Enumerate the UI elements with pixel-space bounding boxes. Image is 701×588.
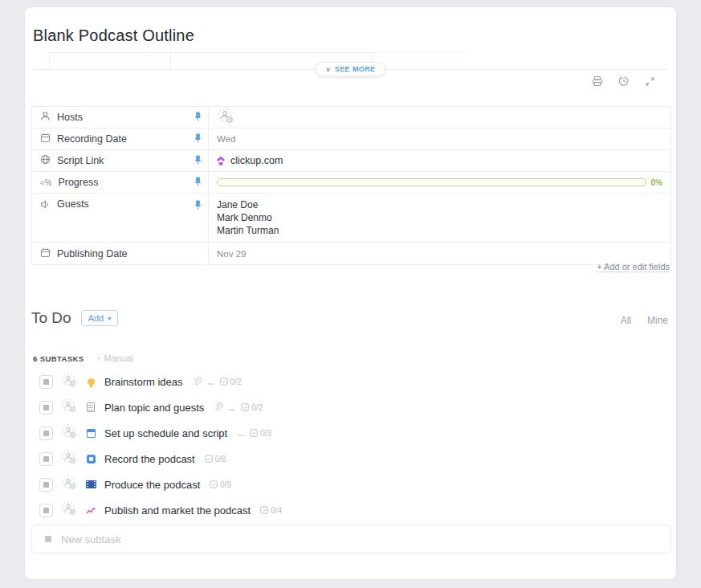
add-button-label: Add (88, 313, 104, 323)
status-checkbox[interactable] (39, 452, 53, 466)
field-value-script-link[interactable]: clickup.com (209, 150, 670, 171)
assignee-placeholder-icon[interactable] (61, 475, 77, 494)
new-subtask-row (31, 525, 671, 553)
see-more-label: SEE MORE (335, 65, 376, 73)
pin-icon[interactable] (194, 198, 202, 213)
subtask-toolbar: 6 SUBTASKS ↑ Manual (33, 353, 133, 363)
subtask-list: Brainstorm ideas 0/2 Plan topic and gues… (39, 369, 666, 523)
field-label-progress[interactable]: ≈% Progress (32, 172, 209, 193)
publishing-date-value: Nov 29 (217, 249, 246, 259)
clickup-logo-icon (217, 157, 225, 165)
field-row-publishing-date: Publishing Date Nov 29 (32, 243, 670, 264)
field-row-script-link: Script Link clickup.com (32, 150, 670, 172)
field-value-guests[interactable]: Jane Doe Mark Denmo Martin Turman (209, 194, 670, 242)
assignee-placeholder-icon[interactable] (61, 398, 77, 417)
filter-mine[interactable]: Mine (647, 315, 668, 326)
field-label-recording-date[interactable]: Recording Date (32, 129, 209, 149)
collapsed-cell (372, 52, 465, 69)
field-label-script-link[interactable]: Script Link (32, 150, 209, 171)
pin-icon[interactable] (194, 110, 202, 125)
page-title: Blank Podcast Outline (33, 27, 194, 45)
chevron-down-icon: ∨ (326, 66, 331, 73)
field-row-recording-date: Recording Date Wed (32, 129, 670, 150)
subtask-name[interactable]: Produce the podcast (104, 479, 200, 491)
progress-percent-label: 0% (651, 178, 662, 187)
status-checkbox[interactable] (39, 504, 53, 517)
field-row-hosts: Hosts (32, 107, 670, 129)
lightbulb-icon (85, 378, 96, 386)
subtask-name[interactable]: Brainstorm ideas (104, 376, 183, 388)
percent-icon: ≈% (40, 178, 51, 187)
add-or-edit-fields-link[interactable]: + Add or edit fields (597, 262, 670, 272)
field-row-guests: Guests Jane Doe Mark Denmo Martin Turman (32, 194, 670, 243)
subtask-name[interactable]: Plan topic and guests (104, 402, 204, 414)
subtask-name[interactable]: Publish and market the podcast (104, 504, 251, 517)
recording-date-value: Wed (217, 134, 235, 144)
expand-icon[interactable] (645, 76, 655, 87)
subtask-row: Publish and market the podcast 0/4 (39, 497, 666, 523)
guest-name: Jane Doe (217, 198, 279, 211)
subtask-row: Brainstorm ideas 0/2 (39, 369, 666, 394)
checklist-badge: 0/4 (260, 506, 282, 515)
field-name: Publishing Date (57, 248, 128, 259)
subtask-name[interactable]: Record the podcast (104, 453, 195, 465)
subtask-name[interactable]: Set up schedule and script (104, 427, 227, 439)
memo-icon (85, 402, 96, 412)
status-checkbox[interactable] (39, 478, 53, 492)
todo-header: To Do Add ▾ (31, 309, 118, 327)
globe-icon (40, 153, 51, 168)
script-link-value[interactable]: clickup.com (230, 155, 283, 166)
field-value-publishing-date[interactable]: Nov 29 (209, 243, 670, 264)
dash-icon (228, 400, 235, 414)
collapsed-section (31, 52, 465, 69)
assignee-placeholder-icon[interactable] (61, 449, 77, 468)
subtask-row: Produce the podcast 0/9 (39, 472, 666, 497)
filter-all[interactable]: All (621, 315, 631, 326)
assignee-placeholder-icon[interactable] (61, 372, 77, 391)
pin-icon[interactable] (194, 132, 202, 146)
status-checkbox[interactable] (39, 401, 53, 414)
field-name: Script Link (57, 155, 104, 166)
pin-icon[interactable] (194, 175, 202, 190)
field-name: Guests (57, 198, 89, 210)
field-row-progress: ≈% Progress 0% (32, 172, 670, 194)
field-label-guests[interactable]: Guests (32, 194, 209, 242)
checklist-badge: 0/3 (250, 429, 271, 438)
todo-filters: All Mine (621, 315, 668, 326)
field-value-hosts[interactable] (209, 107, 670, 128)
new-subtask-input[interactable] (61, 533, 658, 545)
status-checkbox[interactable] (39, 427, 53, 440)
subtask-count: 6 SUBTASKS (33, 354, 84, 363)
assignee-placeholder-icon[interactable] (61, 423, 77, 443)
chart-icon (85, 506, 96, 515)
paperclip-icon (193, 374, 202, 389)
add-subtask-button[interactable]: Add ▾ (81, 310, 119, 326)
field-value-recording-date[interactable]: Wed (209, 129, 670, 149)
subtask-row: Record the podcast 0/8 (39, 446, 666, 472)
status-checkbox[interactable] (39, 375, 53, 389)
guest-name: Martin Turman (217, 224, 279, 237)
task-card: Blank Podcast Outline ∨ SEE MORE (24, 6, 677, 580)
sort-control[interactable]: ↑ Manual (96, 353, 132, 363)
field-name: Recording Date (57, 133, 127, 145)
sort-label: Manual (104, 353, 132, 363)
dash-icon (237, 426, 244, 440)
dash-icon (207, 374, 214, 389)
field-label-publishing-date[interactable]: Publishing Date (32, 243, 209, 264)
checklist-badge: 0/9 (210, 480, 231, 489)
history-icon[interactable] (618, 76, 630, 87)
field-value-progress: 0% (209, 172, 670, 193)
assignee-placeholder-icon[interactable] (61, 500, 77, 520)
calendar-icon (40, 247, 51, 261)
print-icon[interactable] (592, 76, 603, 87)
progress-bar (217, 178, 646, 186)
field-label-hosts[interactable]: Hosts (32, 107, 209, 128)
guest-name: Mark Denmo (217, 211, 279, 224)
megaphone-icon (40, 198, 51, 213)
assignee-placeholder-icon[interactable] (217, 107, 234, 128)
calendar-icon (40, 132, 51, 146)
pin-icon[interactable] (194, 153, 202, 168)
person-icon (40, 110, 51, 125)
see-more-button[interactable]: ∨ SEE MORE (316, 62, 386, 76)
field-name: Hosts (57, 112, 83, 123)
